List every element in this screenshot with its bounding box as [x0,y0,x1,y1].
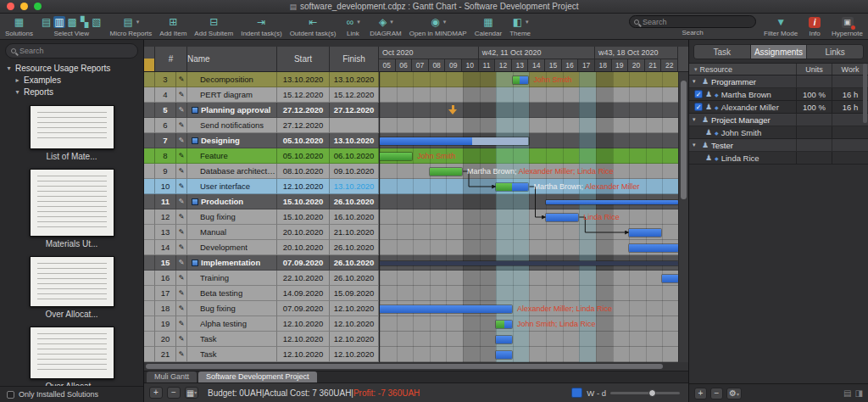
task-finish-cell[interactable]: 13.10.2020 [330,179,379,194]
resource-checkbox-empty[interactable] [694,154,703,162]
gantt-bar[interactable] [496,336,512,343]
table-row[interactable]: 19✎Alpha testing12.10.202012.10.2020 [144,316,379,332]
task-start-cell[interactable]: 05.10.2020 [277,148,330,164]
gantt-bar[interactable] [380,261,678,265]
gantt-bar[interactable] [380,153,412,160]
fit-timescale-button[interactable] [571,388,582,398]
summary-task-icon[interactable] [192,137,198,144]
assignment-row[interactable]: ♟◆John Smith [689,126,868,139]
gantt-bar[interactable] [496,183,528,191]
tab-links[interactable]: Links [807,45,863,59]
tab-task[interactable]: Task [694,45,751,59]
sidebar-search-field[interactable] [5,43,138,59]
task-name-cell[interactable]: Database architecture [187,164,277,179]
triangle-expanded-icon[interactable]: ▾ [14,88,21,96]
vertical-scrollbar-thumb[interactable] [681,81,687,199]
table-row[interactable]: 5✎Planning approval27.12.202027.12.2020 [144,103,379,118]
toolbar-diagram[interactable]: ◈▾DIAGRAM [370,15,401,37]
table-row[interactable]: 13✎Manual20.10.202021.10.2020 [144,225,379,240]
triangle-expanded-icon[interactable]: ▾ [693,142,699,148]
gantt-bar[interactable] [430,168,462,176]
table-row[interactable]: 4✎PERT diagram15.12.202015.12.2020 [144,87,379,103]
toolbar-search-field[interactable] [629,15,756,28]
table-row[interactable]: 6✎Send notifications27.12.2020 [144,118,379,133]
task-start-cell[interactable]: 27.12.2020 [277,118,330,133]
table-row[interactable]: 10✎User interface12.10.202013.10.2020 [144,179,379,194]
task-finish-cell[interactable]: 15.12.2020 [330,87,379,103]
panel-settings-button[interactable]: ⚙▾ [726,388,742,399]
toolbar-theme[interactable]: ◧▾Theme [509,15,531,37]
gantt-bar[interactable] [380,305,512,313]
task-start-cell[interactable]: 05.10.2020 [277,133,330,148]
task-finish-cell[interactable]: 27.12.2020 [330,103,379,118]
toolbar-solutions[interactable]: ▦Solutions [5,15,33,37]
resource-checkbox-empty[interactable] [694,128,703,137]
remove-row-button[interactable]: − [167,387,181,399]
task-name-cell[interactable]: Beta testing [187,286,277,301]
task-finish-cell[interactable]: 12.10.2020 [330,347,379,362]
report-thumbnail[interactable]: Over Allocat... [0,327,143,391]
task-finish-cell[interactable]: 12.10.2020 [330,301,379,316]
table-row[interactable]: 21✎Task12.10.202012.10.2020 [144,347,379,362]
task-start-cell[interactable]: 07.09.2020 [277,301,330,316]
task-start-cell[interactable]: 12.10.2020 [277,332,330,347]
toolbar-micro-reports[interactable]: ▤▾Micro Reports [110,15,153,37]
gantt-bar[interactable] [496,321,512,328]
task-finish-cell[interactable]: 13.10.2020 [330,72,379,87]
triangle-expanded-icon[interactable]: ▾ [5,64,13,72]
task-start-cell[interactable]: 20.10.2020 [277,225,330,240]
table-row[interactable]: 18✎Bug fixing07.09.202012.10.2020 [144,301,379,316]
view-chart-icon[interactable]: ▩ [67,16,78,28]
table-row[interactable]: 16✎Training22.10.202026.10.2020 [144,271,379,286]
task-name-cell[interactable]: Production [187,194,277,209]
toolbar-select-view[interactable]: ▤▥▩▚▧Select View [41,15,103,37]
view-gantt-icon[interactable]: ▥ [53,16,64,28]
table-row[interactable]: 14✎Development20.10.202026.10.2020 [144,240,379,255]
gantt-bar[interactable] [662,275,678,282]
toolbar-calendar[interactable]: ▦Calendar [475,15,502,37]
toolbar-add-subitem[interactable]: ⊟Add Subitem [194,15,233,37]
table-row[interactable]: 15✎Implementation07.09.202026.10.2020 [144,255,379,271]
table-row[interactable]: 7✎Designing05.10.202013.10.2020 [144,133,379,148]
task-name-cell[interactable]: Alpha testing [187,316,277,332]
summary-task-icon[interactable] [192,260,198,266]
task-finish-cell[interactable]: 09.10.2020 [330,164,379,179]
view-report-icon[interactable]: ▧ [91,16,102,28]
task-start-cell[interactable]: 22.10.2020 [277,271,330,286]
summary-task-icon[interactable] [192,198,198,205]
view-columns-icon[interactable]: ▚ [80,16,89,28]
gantt-bar[interactable] [496,351,512,359]
table-row[interactable]: 12✎Bug fixing15.10.202016.10.2020 [144,209,379,225]
add-row-button[interactable]: + [149,387,163,399]
report-thumbnail[interactable]: Materials Ut... [0,169,143,248]
panel-view-icon[interactable]: ▤ [843,388,851,398]
resource-checkbox-checked[interactable]: ✓ [694,103,703,111]
task-start-cell[interactable]: 08.10.2020 [277,164,330,179]
task-start-cell[interactable]: 15.12.2020 [277,87,330,103]
sidebar-item-examples[interactable]: ▸Examples [0,74,143,86]
offscreen-task-indicator[interactable] [448,105,457,114]
task-finish-cell[interactable]: 16.10.2020 [330,209,379,225]
task-start-cell[interactable]: 20.10.2020 [277,240,330,255]
assignment-row[interactable]: ▾♟Project Manager [689,114,868,126]
triangle-expanded-icon[interactable]: ▾ [693,78,699,85]
task-finish-cell[interactable]: 15.09.2020 [330,286,379,301]
task-name-cell[interactable]: Decomposition [187,72,277,87]
toolbar-search-input[interactable] [643,18,740,26]
resource-checkbox-checked[interactable]: ✓ [694,90,703,98]
report-thumbnail[interactable]: Over Allocat... [0,256,143,319]
horizontal-scrollbar-thumb[interactable] [146,364,663,369]
view-tab[interactable]: Software Development Project [198,371,317,382]
table-row[interactable]: 20✎Task12.10.202012.10.2020 [144,332,379,347]
close-button[interactable] [7,3,14,10]
task-name-cell[interactable]: Development [187,240,277,255]
zoom-slider-thumb[interactable] [648,389,656,397]
toolbar-filter-mode[interactable]: ▼Filter Mode [764,15,798,37]
toolbar-indent[interactable]: ⇥Indent task(s) [241,15,281,37]
task-start-cell[interactable]: 15.10.2020 [277,194,330,209]
task-name-cell[interactable]: PERT diagram [187,87,277,103]
triangle-expanded-icon[interactable]: ▾ [693,116,699,123]
sidebar-search-input[interactable] [19,47,121,55]
view-table-icon[interactable]: ▤ [41,16,52,28]
assignment-row[interactable]: ♟◆Linda Rice [689,152,868,165]
